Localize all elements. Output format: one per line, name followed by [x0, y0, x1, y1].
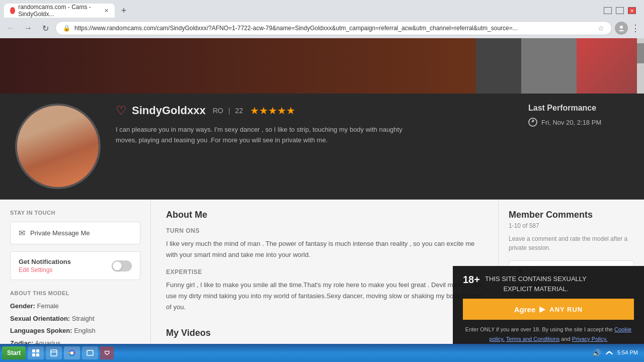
overlay-description: Enter ONLY if you are over 18. By using … — [465, 326, 613, 332]
volume-icon[interactable]: 🔊 — [591, 348, 601, 358]
taskbar-icon-text: 🛡 — [104, 350, 110, 356]
gender-label: Gender: — [10, 302, 35, 310]
bookmark-star[interactable]: ☆ — [598, 24, 604, 32]
notifications-box: Get Notifications Edit Settings — [10, 251, 140, 280]
toggle-knob — [113, 261, 122, 270]
taskbar-item-1[interactable] — [28, 346, 44, 359]
private-message-label: Private Message Me — [30, 229, 90, 237]
notifications-toggle[interactable] — [112, 260, 132, 272]
tab-close-button[interactable]: ✕ — [104, 8, 109, 14]
browser-profile-button[interactable] — [615, 22, 628, 35]
svg-rect-3 — [36, 349, 39, 352]
browser-menu-button[interactable]: ⋮ — [631, 23, 640, 34]
taskbar: Start 🛡 🔊 5:54 PM — [0, 344, 644, 362]
profile-bio: I can pleasure you in many ways. I'm sex… — [116, 125, 418, 146]
about-model-title: ABOUT THIS MODEL — [10, 290, 140, 296]
address-bar[interactable]: 🔒 https://www.randomcams.com/cam/SindyGo… — [55, 21, 612, 35]
browser-controls: ← → ↻ 🔒 https://www.randomcams.com/cam/S… — [0, 18, 644, 38]
secure-icon: 🔒 — [63, 25, 70, 32]
age-badge: 18+ — [463, 274, 480, 286]
svg-point-8 — [70, 351, 73, 354]
profile-country: RO — [213, 107, 223, 115]
scrollbar-thumb[interactable] — [637, 43, 644, 63]
new-tab-button[interactable]: + — [117, 4, 131, 18]
banner-image-2 — [521, 38, 577, 94]
turn-ons-text: I like very much the mind of man . The p… — [166, 238, 483, 260]
taskbar-item-2[interactable] — [46, 346, 62, 359]
svg-rect-2 — [32, 349, 35, 352]
url-text: https://www.randomcams.com/cam/SindyGold… — [74, 25, 594, 32]
terms-link[interactable]: Terms and Conditions — [506, 336, 559, 342]
start-button[interactable]: Start — [2, 346, 26, 359]
network-icon[interactable] — [604, 348, 614, 358]
banner-image-1 — [476, 38, 521, 94]
content-area: About Me TURN ONS I like very much the m… — [151, 200, 498, 362]
orientation-value: Straight — [72, 315, 95, 322]
comments-title: Member Comments — [509, 210, 634, 220]
overlay-top: 18+ THIS SITE CONTAINS SEXUALLY EXPLICIT… — [463, 274, 634, 294]
videos-title: My Videos — [166, 328, 483, 338]
edit-settings-link[interactable]: Edit Settings — [19, 266, 71, 274]
anyrun-text: ANY RUN — [549, 306, 583, 313]
svg-rect-9 — [87, 350, 93, 355]
turn-ons-title: TURN ONS — [166, 227, 483, 234]
banner-scrollbar[interactable] — [637, 38, 644, 94]
overlay-warning-text: THIS SITE CONTAINS SEXUALLY EXPLICIT MAT… — [485, 274, 587, 294]
gender-row: Gender: Female — [10, 301, 140, 311]
private-message-button[interactable]: ✉ Private Message Me — [10, 222, 140, 244]
agree-play-icon: ▶ — [539, 305, 545, 314]
expertise-title: EXPERTISE — [166, 268, 483, 276]
reload-button[interactable]: ↻ — [38, 21, 52, 35]
privacy-link[interactable]: Privacy Policy. — [572, 336, 608, 342]
taskbar-item-3[interactable] — [82, 346, 98, 359]
tab-title: randomcams.com - Cams - SindyGoldx... — [18, 4, 98, 18]
svg-rect-5 — [36, 353, 39, 356]
overlay-line2: EXPLICIT MATERIAL. — [503, 285, 568, 293]
clock-time: 5:54 PM — [617, 349, 638, 356]
notifications-info: Get Notifications Edit Settings — [19, 258, 71, 274]
expertise-text: Funny girl , I like to make you smile al… — [166, 280, 483, 313]
gender-value: Female — [37, 302, 58, 310]
taskbar-tray: 🔊 5:54 PM — [587, 348, 642, 358]
about-title: About Me — [166, 210, 483, 220]
tab-favicon — [10, 7, 15, 14]
orientation-label: Sexual Orientation: — [10, 315, 70, 322]
forward-button[interactable]: → — [21, 21, 35, 35]
svg-rect-6 — [51, 350, 57, 356]
browser-tab[interactable]: randomcams.com - Cams - SindyGoldx... ✕ — [4, 4, 115, 18]
banner-images — [476, 38, 644, 94]
profile-separator: | — [228, 107, 230, 115]
overlay-and: and — [561, 336, 570, 342]
overlay-line1: THIS SITE CONTAINS SEXUALLY — [485, 275, 587, 283]
svg-rect-4 — [32, 353, 35, 356]
maximize-button[interactable] — [616, 7, 624, 14]
taskbar-item-chrome[interactable] — [64, 346, 80, 359]
banner-image-3 — [577, 38, 637, 94]
agree-button[interactable]: Agree ▶ ANY RUN — [463, 299, 634, 320]
envelope-icon: ✉ — [19, 228, 25, 238]
last-performance-time: Fri, Nov 20, 2:18 PM — [528, 118, 629, 127]
header-banner — [0, 38, 644, 94]
browser-window: randomcams.com - Cams - SindyGoldx... ✕ … — [0, 0, 644, 38]
svg-point-0 — [620, 26, 623, 29]
profile-age: 22 — [235, 107, 243, 115]
clock-icon — [528, 118, 537, 127]
about-section: About Me TURN ONS I like very much the m… — [166, 210, 483, 313]
last-performance-date: Fri, Nov 20, 2:18 PM — [541, 119, 601, 126]
comments-count: 1-10 of 587 — [509, 222, 634, 229]
taskbar-item-4[interactable]: 🛡 — [100, 346, 114, 359]
languages-row: Languages Spoken: English — [10, 326, 140, 336]
stay-in-touch-title: STAY IN TOUCH — [10, 210, 140, 216]
left-sidebar: STAY IN TOUCH ✉ Private Message Me Get N… — [0, 200, 151, 362]
back-button[interactable]: ← — [4, 21, 18, 35]
start-label: Start — [7, 349, 21, 356]
profile-name-row: ♡ SindyGoldxxx RO | 22 ★★★★★ — [116, 104, 513, 118]
minimize-button[interactable] — [604, 7, 612, 14]
last-performance-panel: Last Performance Fri, Nov 20, 2:18 PM — [528, 104, 629, 127]
heart-icon: ♡ — [116, 104, 127, 118]
comments-description: Leave a comment and rate the model after… — [509, 234, 634, 252]
browser-titlebar: randomcams.com - Cams - SindyGoldx... ✕ … — [0, 0, 644, 18]
close-button[interactable]: ✕ — [628, 7, 636, 14]
model-info-section: ABOUT THIS MODEL Gender: Female Sexual O… — [10, 290, 140, 348]
notifications-title: Get Notifications — [19, 258, 71, 265]
